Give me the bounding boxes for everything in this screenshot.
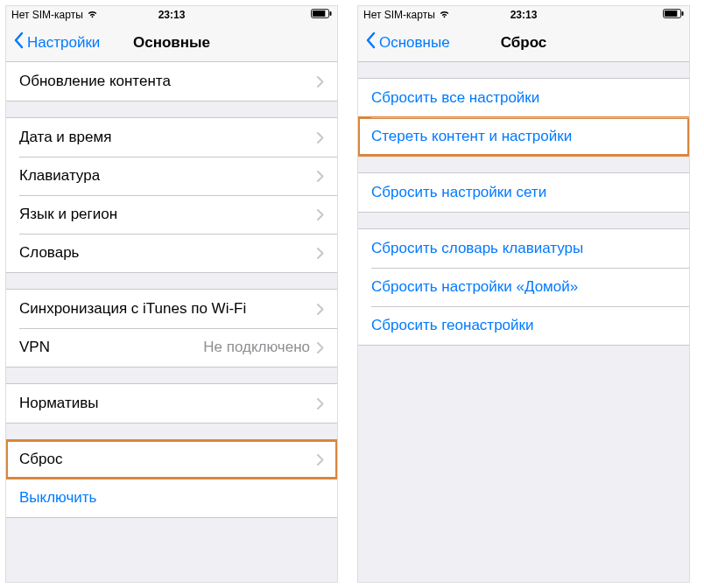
row-label: Сбросить словарь клавиатуры: [371, 240, 676, 257]
row-сбросить-настройки-сети[interactable]: Сбросить настройки сети: [358, 173, 689, 212]
back-button[interactable]: Настройки: [13, 32, 100, 53]
phone-right: Нет SIM-карты 23:13 Основные Сброс Сброс…: [357, 5, 690, 583]
back-label: Настройки: [27, 34, 100, 52]
row-язык-и-регион[interactable]: Язык и регион: [6, 195, 337, 234]
row-label: Синхронизация с iTunes по Wi-Fi: [19, 300, 317, 318]
battery-icon: [663, 9, 684, 21]
row-нормативы[interactable]: Нормативы: [6, 384, 337, 423]
nav-title: Сброс: [501, 34, 547, 52]
chevron-right-icon: [317, 342, 324, 354]
row-vpn[interactable]: VPNНе подключено: [6, 328, 337, 367]
settings-group: СбросВыключить: [6, 439, 337, 518]
chevron-right-icon: [317, 76, 324, 88]
wifi-icon: [87, 9, 98, 21]
battery-icon: [311, 9, 332, 21]
row-сбросить-словарь-клавиатуры[interactable]: Сбросить словарь клавиатуры: [358, 229, 689, 268]
nav-bar: Настройки Основные: [6, 24, 337, 62]
row-label: Сбросить настройки сети: [371, 184, 676, 201]
chevron-right-icon: [317, 209, 324, 220]
row-label: Язык и регион: [19, 206, 317, 223]
settings-group: Сбросить словарь клавиатурыСбросить наст…: [358, 228, 689, 346]
status-time: 23:13: [158, 9, 186, 21]
row-label: Сбросить геонастройки: [371, 317, 676, 334]
settings-group: Нормативы: [6, 383, 337, 424]
row-label: Сбросить все настройки: [371, 89, 676, 107]
carrier-label: Нет SIM-карты: [363, 9, 435, 21]
row-label: Клавиатура: [19, 167, 317, 185]
row-label: Обновление контента: [19, 73, 317, 90]
row-label: Стереть контент и настройки: [371, 128, 676, 145]
row-клавиатура[interactable]: Клавиатура: [6, 157, 337, 195]
chevron-right-icon: [317, 132, 324, 144]
row-label: Нормативы: [19, 395, 317, 412]
chevron-right-icon: [317, 248, 324, 259]
chevron-left-icon: [365, 32, 379, 53]
svg-rect-2: [330, 11, 332, 16]
row-обновление-контента[interactable]: Обновление контента: [6, 62, 337, 101]
row-label: Сбросить настройки «Домой»: [371, 278, 676, 296]
status-bar: Нет SIM-карты 23:13: [6, 6, 337, 24]
chevron-right-icon: [317, 304, 324, 315]
chevron-right-icon: [317, 398, 324, 410]
row-выключить[interactable]: Выключить: [6, 479, 337, 517]
content-right: Сбросить все настройкиСтереть контент и …: [358, 62, 689, 582]
settings-group: Обновление контента: [6, 62, 337, 102]
svg-rect-1: [313, 10, 325, 17]
back-button[interactable]: Основные: [365, 32, 450, 53]
svg-rect-4: [665, 10, 677, 17]
wifi-icon: [439, 9, 450, 21]
row-стереть-контент-и-настройки[interactable]: Стереть контент и настройки: [358, 117, 689, 156]
chevron-left-icon: [13, 32, 27, 53]
row-словарь[interactable]: Словарь: [6, 234, 337, 272]
content-left: Обновление контентаДата и времяКлавиатур…: [6, 62, 337, 582]
nav-title: Основные: [133, 34, 210, 52]
row-сбросить-настройки-домой-[interactable]: Сбросить настройки «Домой»: [358, 268, 689, 306]
row-label: VPN: [19, 339, 203, 356]
row-синхронизация-с-itunes-по-wi-f[interactable]: Синхронизация с iTunes по Wi-Fi: [6, 290, 337, 328]
row-label: Словарь: [19, 244, 317, 262]
settings-group: Сбросить все настройкиСтереть контент и …: [358, 78, 689, 157]
row-сброс[interactable]: Сброс: [6, 440, 337, 479]
carrier-label: Нет SIM-карты: [11, 9, 83, 21]
row-сбросить-геонастройки[interactable]: Сбросить геонастройки: [358, 306, 689, 345]
chevron-right-icon: [317, 454, 324, 466]
nav-bar: Основные Сброс: [358, 24, 689, 62]
chevron-right-icon: [317, 171, 324, 182]
row-label: Выключить: [19, 489, 324, 507]
settings-group: Сбросить настройки сети: [358, 172, 689, 213]
status-bar: Нет SIM-карты 23:13: [358, 6, 689, 24]
row-value: Не подключено: [203, 339, 310, 356]
settings-group: Дата и времяКлавиатураЯзык и регионСлова…: [6, 117, 337, 273]
status-time: 23:13: [510, 9, 538, 21]
back-label: Основные: [379, 34, 450, 52]
row-дата-и-время[interactable]: Дата и время: [6, 118, 337, 157]
svg-rect-5: [682, 11, 684, 16]
row-label: Сброс: [19, 451, 317, 468]
row-label: Дата и время: [19, 129, 317, 146]
phone-left: Нет SIM-карты 23:13 Настройки Основные О…: [5, 5, 338, 583]
settings-group: Синхронизация с iTunes по Wi-FiVPNНе под…: [6, 289, 337, 368]
row-сбросить-все-настройки[interactable]: Сбросить все настройки: [358, 79, 689, 117]
